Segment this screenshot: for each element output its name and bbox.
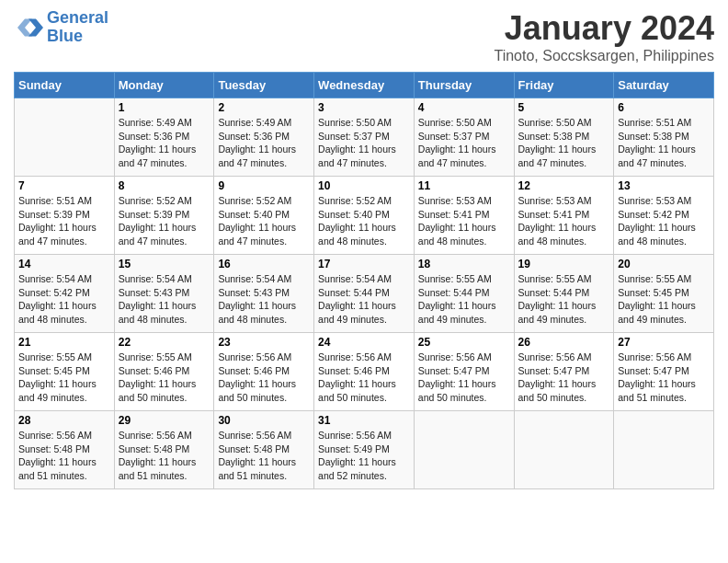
calendar-cell: 9Sunrise: 5:52 AM Sunset: 5:40 PM Daylig… <box>214 177 314 255</box>
calendar-cell <box>414 411 514 489</box>
calendar-cell: 17Sunrise: 5:54 AM Sunset: 5:44 PM Dayli… <box>314 255 415 333</box>
cell-info: Sunrise: 5:54 AM Sunset: 5:43 PM Dayligh… <box>218 272 310 327</box>
calendar-cell: 20Sunrise: 5:55 AM Sunset: 5:45 PM Dayli… <box>614 255 714 333</box>
cell-info: Sunrise: 5:52 AM Sunset: 5:40 PM Dayligh… <box>218 194 310 248</box>
svg-marker-1 <box>17 18 32 36</box>
calendar-table: SundayMondayTuesdayWednesdayThursdayFrid… <box>14 72 714 489</box>
cell-info: Sunrise: 5:55 AM Sunset: 5:44 PM Dayligh… <box>418 272 510 327</box>
cell-info: Sunrise: 5:53 AM Sunset: 5:41 PM Dayligh… <box>418 194 510 248</box>
weekday-header-monday: Monday <box>114 73 214 98</box>
calendar-cell: 21Sunrise: 5:55 AM Sunset: 5:45 PM Dayli… <box>15 333 115 411</box>
cell-info: Sunrise: 5:51 AM Sunset: 5:39 PM Dayligh… <box>18 194 110 248</box>
calendar-week-row: 14Sunrise: 5:54 AM Sunset: 5:42 PM Dayli… <box>15 255 714 333</box>
day-number: 4 <box>418 101 510 114</box>
calendar-cell: 24Sunrise: 5:56 AM Sunset: 5:46 PM Dayli… <box>314 333 415 411</box>
month-title: January 2024 <box>494 9 714 48</box>
calendar-cell: 12Sunrise: 5:53 AM Sunset: 5:41 PM Dayli… <box>514 177 614 255</box>
cell-info: Sunrise: 5:50 AM Sunset: 5:37 PM Dayligh… <box>318 116 410 170</box>
page-header: General Blue January 2024 Tinoto, Soccsk… <box>14 9 714 64</box>
calendar-cell: 27Sunrise: 5:56 AM Sunset: 5:47 PM Dayli… <box>614 333 714 411</box>
weekday-header-thursday: Thursday <box>414 73 514 98</box>
day-number: 24 <box>318 336 410 349</box>
day-number: 16 <box>218 258 310 270</box>
day-number: 13 <box>618 179 710 192</box>
day-number: 10 <box>318 179 410 192</box>
day-number: 23 <box>218 336 310 349</box>
calendar-week-row: 1Sunrise: 5:49 AM Sunset: 5:36 PM Daylig… <box>15 98 714 177</box>
weekday-header-row: SundayMondayTuesdayWednesdayThursdayFrid… <box>15 73 714 98</box>
location-title: Tinoto, Soccsksargen, Philippines <box>494 48 714 64</box>
cell-info: Sunrise: 5:54 AM Sunset: 5:43 PM Dayligh… <box>119 272 210 327</box>
day-number: 30 <box>218 414 310 427</box>
day-number: 27 <box>618 336 710 349</box>
calendar-cell: 14Sunrise: 5:54 AM Sunset: 5:42 PM Dayli… <box>15 255 115 333</box>
day-number: 12 <box>518 179 610 192</box>
day-number: 28 <box>18 414 110 427</box>
calendar-cell: 8Sunrise: 5:52 AM Sunset: 5:39 PM Daylig… <box>114 177 214 255</box>
logo-text: General Blue <box>47 9 108 46</box>
day-number: 5 <box>518 101 610 114</box>
title-area: January 2024 Tinoto, Soccsksargen, Phili… <box>494 9 714 64</box>
cell-info: Sunrise: 5:49 AM Sunset: 5:36 PM Dayligh… <box>218 116 310 170</box>
calendar-cell: 31Sunrise: 5:56 AM Sunset: 5:49 PM Dayli… <box>314 411 415 489</box>
logo: General Blue <box>14 9 108 46</box>
cell-info: Sunrise: 5:56 AM Sunset: 5:48 PM Dayligh… <box>119 429 210 483</box>
calendar-week-row: 28Sunrise: 5:56 AM Sunset: 5:48 PM Dayli… <box>15 411 714 489</box>
calendar-cell: 4Sunrise: 5:50 AM Sunset: 5:37 PM Daylig… <box>414 98 514 177</box>
cell-info: Sunrise: 5:50 AM Sunset: 5:38 PM Dayligh… <box>518 116 610 170</box>
calendar-cell: 3Sunrise: 5:50 AM Sunset: 5:37 PM Daylig… <box>314 98 415 177</box>
calendar-cell: 19Sunrise: 5:55 AM Sunset: 5:44 PM Dayli… <box>514 255 614 333</box>
cell-info: Sunrise: 5:52 AM Sunset: 5:40 PM Dayligh… <box>318 194 410 248</box>
day-number: 21 <box>18 336 110 349</box>
weekday-header-friday: Friday <box>514 73 614 98</box>
cell-info: Sunrise: 5:55 AM Sunset: 5:45 PM Dayligh… <box>618 272 710 327</box>
day-number: 26 <box>518 336 610 349</box>
calendar-week-row: 21Sunrise: 5:55 AM Sunset: 5:45 PM Dayli… <box>15 333 714 411</box>
cell-info: Sunrise: 5:56 AM Sunset: 5:49 PM Dayligh… <box>318 429 410 483</box>
day-number: 11 <box>418 179 510 192</box>
day-number: 29 <box>119 414 210 427</box>
calendar-cell: 7Sunrise: 5:51 AM Sunset: 5:39 PM Daylig… <box>15 177 115 255</box>
calendar-cell: 1Sunrise: 5:49 AM Sunset: 5:36 PM Daylig… <box>114 98 214 177</box>
day-number: 9 <box>218 179 310 192</box>
cell-info: Sunrise: 5:56 AM Sunset: 5:46 PM Dayligh… <box>218 350 310 405</box>
day-number: 2 <box>218 101 310 114</box>
cell-info: Sunrise: 5:52 AM Sunset: 5:39 PM Dayligh… <box>119 194 210 248</box>
cell-info: Sunrise: 5:53 AM Sunset: 5:42 PM Dayligh… <box>618 194 710 248</box>
day-number: 18 <box>418 258 510 270</box>
cell-info: Sunrise: 5:54 AM Sunset: 5:44 PM Dayligh… <box>318 272 410 327</box>
day-number: 15 <box>119 258 210 270</box>
cell-info: Sunrise: 5:56 AM Sunset: 5:47 PM Dayligh… <box>518 350 610 405</box>
calendar-week-row: 7Sunrise: 5:51 AM Sunset: 5:39 PM Daylig… <box>15 177 714 255</box>
cell-info: Sunrise: 5:49 AM Sunset: 5:36 PM Dayligh… <box>119 116 210 170</box>
cell-info: Sunrise: 5:50 AM Sunset: 5:37 PM Dayligh… <box>418 116 510 170</box>
weekday-header-saturday: Saturday <box>614 73 714 98</box>
day-number: 14 <box>18 258 110 270</box>
calendar-cell <box>15 98 115 177</box>
calendar-cell: 13Sunrise: 5:53 AM Sunset: 5:42 PM Dayli… <box>614 177 714 255</box>
cell-info: Sunrise: 5:55 AM Sunset: 5:46 PM Dayligh… <box>119 350 210 405</box>
day-number: 8 <box>119 179 210 192</box>
day-number: 31 <box>318 414 410 427</box>
calendar-cell: 25Sunrise: 5:56 AM Sunset: 5:47 PM Dayli… <box>414 333 514 411</box>
day-number: 22 <box>119 336 210 349</box>
logo-icon <box>14 13 43 42</box>
cell-info: Sunrise: 5:56 AM Sunset: 5:47 PM Dayligh… <box>618 350 710 405</box>
calendar-cell: 15Sunrise: 5:54 AM Sunset: 5:43 PM Dayli… <box>114 255 214 333</box>
calendar-cell: 6Sunrise: 5:51 AM Sunset: 5:38 PM Daylig… <box>614 98 714 177</box>
calendar-cell: 23Sunrise: 5:56 AM Sunset: 5:46 PM Dayli… <box>214 333 314 411</box>
weekday-header-wednesday: Wednesday <box>314 73 415 98</box>
weekday-header-tuesday: Tuesday <box>214 73 314 98</box>
cell-info: Sunrise: 5:53 AM Sunset: 5:41 PM Dayligh… <box>518 194 610 248</box>
day-number: 6 <box>618 101 710 114</box>
day-number: 3 <box>318 101 410 114</box>
calendar-cell: 2Sunrise: 5:49 AM Sunset: 5:36 PM Daylig… <box>214 98 314 177</box>
cell-info: Sunrise: 5:54 AM Sunset: 5:42 PM Dayligh… <box>18 272 110 327</box>
calendar-cell <box>514 411 614 489</box>
calendar-cell: 28Sunrise: 5:56 AM Sunset: 5:48 PM Dayli… <box>15 411 115 489</box>
day-number: 20 <box>618 258 710 270</box>
calendar-cell: 29Sunrise: 5:56 AM Sunset: 5:48 PM Dayli… <box>114 411 214 489</box>
cell-info: Sunrise: 5:56 AM Sunset: 5:48 PM Dayligh… <box>218 429 310 483</box>
calendar-cell: 16Sunrise: 5:54 AM Sunset: 5:43 PM Dayli… <box>214 255 314 333</box>
day-number: 25 <box>418 336 510 349</box>
